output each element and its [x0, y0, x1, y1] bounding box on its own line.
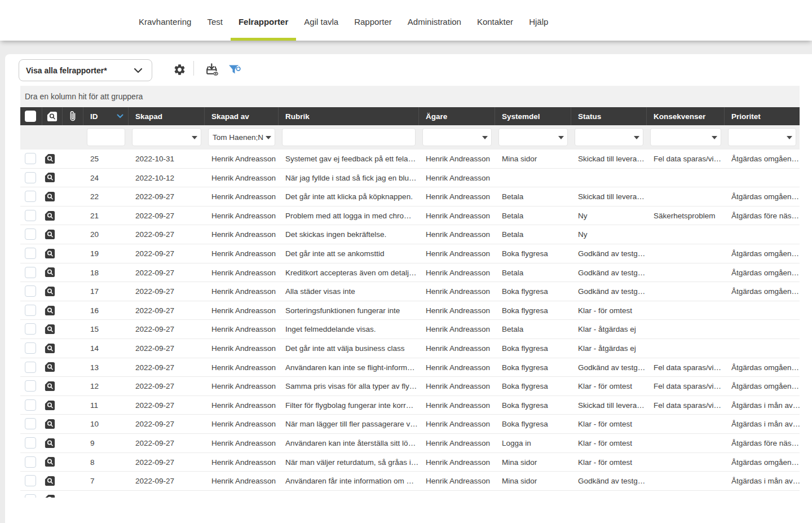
preview-magnifier-icon[interactable] — [44, 210, 56, 222]
header-rubrik[interactable]: Rubrik — [279, 107, 419, 125]
filter-skapad-input[interactable] — [132, 128, 201, 146]
table-row[interactable]: 15 2022-09-27 Henrik Andreasson Inget fe… — [20, 320, 800, 339]
row-checkbox[interactable] — [25, 267, 36, 278]
filter-systemdel-input[interactable] — [498, 128, 568, 146]
tab-agil-tavla[interactable]: Agil tavla — [296, 0, 346, 41]
row-checkbox[interactable] — [25, 362, 36, 373]
filter-button[interactable] — [228, 62, 242, 77]
preview-magnifier-icon[interactable] — [44, 191, 56, 203]
filter-id-input[interactable] — [87, 128, 125, 146]
preview-magnifier-icon[interactable] — [44, 248, 56, 260]
preview-magnifier-icon[interactable] — [44, 361, 56, 373]
table-row[interactable]: 20 2022-09-27 Henrik Andreasson Det skic… — [20, 225, 800, 244]
table-row[interactable]: 10 2022-09-27 Henrik Andreasson När man … — [20, 415, 800, 434]
header-agare[interactable]: Ägare — [419, 107, 495, 125]
table-row[interactable]: 14 2022-09-27 Henrik Andreasson Det går … — [20, 339, 800, 358]
row-checkbox[interactable] — [25, 475, 36, 486]
preview-magnifier-icon[interactable] — [44, 342, 56, 354]
header-id[interactable]: ID — [83, 107, 129, 125]
table-row[interactable]: 8 2022-09-27 Henrik Andreasson När man v… — [20, 453, 800, 472]
preview-magnifier-icon[interactable] — [44, 323, 56, 335]
table-row[interactable]: 13 2022-09-27 Henrik Andreasson Användar… — [20, 358, 800, 377]
preview-magnifier-icon[interactable] — [44, 305, 56, 317]
header-konsekvenser[interactable]: Konsekvenser — [647, 107, 725, 125]
view-selector-dropdown[interactable]: Visa alla felrapporter* — [19, 59, 152, 81]
header-status[interactable]: Status — [571, 107, 647, 125]
row-checkbox[interactable] — [25, 437, 36, 449]
row-checkbox[interactable] — [25, 191, 36, 202]
preview-magnifier-icon[interactable] — [44, 172, 56, 183]
preview-magnifier-icon[interactable] — [44, 266, 56, 278]
filter-rubrik-input[interactable] — [282, 128, 416, 146]
row-checkbox[interactable] — [25, 399, 36, 411]
tab-test[interactable]: Test — [199, 0, 231, 41]
tab-kontakter[interactable]: Kontakter — [469, 0, 521, 41]
cell-konsekvenser — [647, 320, 725, 339]
cell-id — [83, 491, 129, 498]
row-checkbox[interactable] — [25, 418, 36, 429]
settings-button[interactable] — [172, 62, 187, 77]
row-checkbox[interactable] — [25, 210, 36, 221]
preview-magnifier-icon[interactable] — [44, 437, 56, 449]
table-row[interactable]: 24 2022-10-12 Henrik Andreasson När jag … — [20, 169, 800, 188]
preview-magnifier-icon[interactable] — [44, 399, 56, 411]
row-checkbox[interactable] — [25, 323, 36, 335]
preview-magnifier-icon[interactable] — [44, 475, 56, 487]
tab-felrapporter[interactable]: Felrapporter — [231, 0, 296, 41]
table-row[interactable]: 18 2022-09-27 Henrik Andreasson Kreditko… — [20, 263, 800, 283]
filter-konsekvenser-input[interactable] — [650, 128, 721, 146]
preview-magnifier-icon[interactable] — [44, 285, 56, 297]
row-preview-cell — [42, 225, 63, 244]
header-skapad[interactable]: Skapad — [129, 107, 205, 125]
row-select-cell — [20, 169, 42, 187]
table-row[interactable]: 12 2022-09-27 Henrik Andreasson Samma pr… — [20, 377, 800, 396]
cell-konsekvenser — [647, 491, 725, 498]
filter-status-input[interactable] — [575, 128, 643, 146]
row-attachment-cell — [63, 263, 83, 282]
row-select-cell — [20, 377, 42, 395]
table-row[interactable]: 25 2022-10-31 Henrik Andreasson Systemet… — [20, 150, 800, 169]
preview-magnifier-icon[interactable] — [44, 228, 56, 240]
view-selector-label: Visa alla felrapporter* — [26, 66, 107, 75]
preview-magnifier-icon[interactable] — [44, 153, 56, 165]
tab-rapporter[interactable]: Rapporter — [346, 0, 400, 41]
group-by-bar[interactable]: Dra en kolumn hit för att gruppera — [20, 86, 800, 107]
table-row[interactable]: 21 2022-09-27 Henrik Andreasson Problem … — [20, 206, 800, 226]
tab-kravhantering[interactable]: Kravhantering — [131, 0, 199, 41]
filter-prioritet-input[interactable] — [728, 128, 796, 146]
row-checkbox[interactable] — [25, 380, 36, 392]
row-checkbox[interactable] — [25, 494, 36, 498]
cell-id: 22 — [83, 187, 129, 206]
table-row[interactable]: 7 2022-09-27 Henrik Andreasson Användare… — [20, 472, 800, 491]
row-checkbox[interactable] — [25, 285, 36, 297]
filter-agare-input[interactable] — [422, 128, 492, 146]
select-all-checkbox[interactable] — [25, 111, 36, 122]
cell-konsekvenser: Fel data sparas/vi… — [647, 358, 725, 377]
filter-skapad-av-input[interactable] — [208, 128, 275, 146]
preview-magnifier-icon[interactable] — [44, 380, 56, 392]
table-row[interactable]: 17 2022-09-27 Henrik Andreasson Alla stä… — [20, 282, 800, 301]
header-systemdel[interactable]: Systemdel — [495, 107, 571, 125]
table-row[interactable]: 11 2022-09-27 Henrik Andreasson Filter f… — [20, 396, 800, 415]
preview-magnifier-icon[interactable] — [44, 494, 56, 498]
row-checkbox[interactable] — [25, 228, 36, 240]
row-checkbox[interactable] — [25, 456, 36, 468]
header-skapad-av[interactable]: Skapad av — [205, 107, 279, 125]
header-prioritet[interactable]: Prioritet — [725, 107, 800, 125]
table-row[interactable]: 19 2022-09-27 Henrik Andreasson Det går … — [20, 244, 800, 263]
preview-magnifier-icon[interactable] — [44, 418, 56, 430]
row-checkbox[interactable] — [25, 172, 36, 183]
cell-status: Klar - åtgärdas ej — [571, 339, 647, 358]
tab-administration[interactable]: Administration — [400, 0, 469, 41]
row-checkbox[interactable] — [25, 305, 36, 316]
tab-hjalp[interactable]: Hjälp — [521, 0, 556, 41]
row-checkbox[interactable] — [25, 248, 36, 259]
preview-magnifier-icon[interactable] — [44, 456, 56, 468]
export-button[interactable] — [205, 62, 219, 77]
row-checkbox[interactable] — [25, 342, 36, 354]
table-row[interactable] — [20, 491, 800, 498]
row-checkbox[interactable] — [25, 153, 36, 164]
table-row[interactable]: 9 2022-09-27 Henrik Andreasson Användare… — [20, 434, 800, 453]
table-row[interactable]: 22 2022-09-27 Henrik Andreasson Det går … — [20, 187, 800, 206]
table-row[interactable]: 16 2022-09-27 Henrik Andreasson Sorterin… — [20, 301, 800, 320]
